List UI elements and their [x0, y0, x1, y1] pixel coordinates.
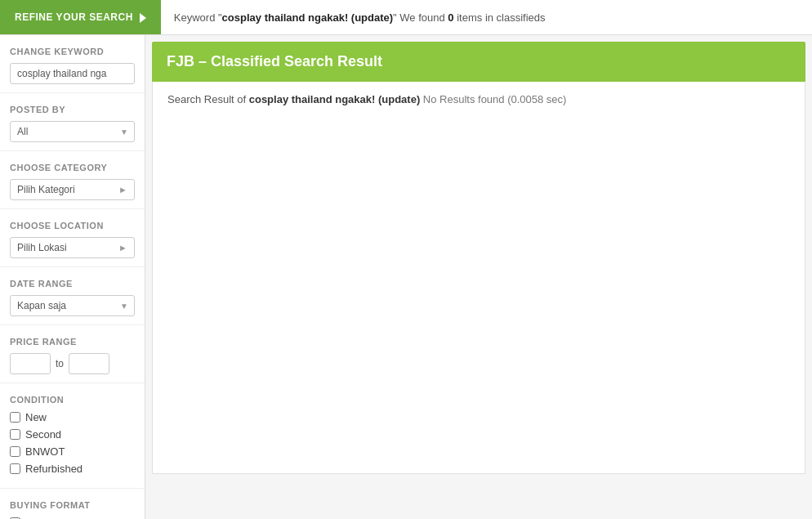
choose-location-title: CHOOSE LOCATION: [10, 221, 135, 230]
condition-bnwot-label[interactable]: BNWOT: [10, 445, 135, 458]
condition-refurbished-checkbox[interactable]: [10, 463, 20, 474]
condition-new-text: New: [25, 411, 47, 423]
category-button[interactable]: Pilih Kategori ►: [10, 179, 135, 200]
top-bar: REFINE YOUR SEARCH Keyword "cosplay thai…: [0, 0, 812, 35]
condition-title: CONDITION: [10, 395, 135, 405]
choose-category-section: CHOOSE CATEGORY Pilih Kategori ►: [0, 151, 145, 209]
posted-by-select[interactable]: All Individual Business: [10, 121, 135, 142]
refine-search-button[interactable]: REFINE YOUR SEARCH: [0, 0, 161, 34]
date-range-select[interactable]: Kapan saja Hari ini Minggu ini Bulan ini: [10, 295, 135, 316]
condition-bnwot-checkbox[interactable]: [10, 446, 20, 457]
keyword-banner: Keyword "cosplay thailand ngakak! (updat…: [161, 11, 559, 24]
buying-format-title: BUYING FORMAT: [10, 500, 135, 510]
price-to-label: to: [56, 358, 64, 369]
choose-location-section: CHOOSE LOCATION Pilih Lokasi ►: [0, 209, 145, 267]
keyword-input[interactable]: [10, 63, 135, 84]
change-keyword-title: CHANGE KEYWORD: [10, 47, 135, 56]
posted-by-select-wrap: All Individual Business ▼: [10, 121, 135, 142]
result-header: FJB – Classified Search Result: [152, 42, 805, 82]
condition-new-label[interactable]: New: [10, 411, 135, 423]
result-of-prefix: Search Result of: [167, 93, 249, 105]
price-from-input[interactable]: [10, 353, 51, 374]
content-area: FJB – Classified Search Result Search Re…: [145, 35, 812, 519]
result-count: 0: [448, 11, 453, 24]
result-body: Search Result of cosplay thailand ngakak…: [152, 82, 805, 474]
main-layout: CHANGE KEYWORD POSTED BY All Individual …: [0, 35, 812, 519]
condition-refurbished-label[interactable]: Refurbished: [10, 463, 135, 475]
condition-bnwot-text: BNWOT: [25, 445, 65, 458]
result-keyword: cosplay thailand ngakak! (update): [249, 93, 421, 105]
no-results-text: No Results found (0.0058 sec): [420, 93, 566, 105]
count-suffix: items in classifieds: [454, 11, 546, 24]
date-range-title: DATE RANGE: [10, 279, 135, 289]
price-range-row: to: [10, 353, 135, 374]
keyword-bold: cosplay thailand ngakak! (update): [222, 11, 394, 24]
location-label: Pilih Lokasi: [17, 242, 67, 253]
location-arrow-icon: ►: [118, 243, 127, 253]
buying-format-section: BUYING FORMAT Jual: [0, 489, 145, 519]
category-arrow-icon: ►: [118, 185, 127, 195]
price-range-title: PRICE RANGE: [10, 337, 135, 347]
choose-category-title: CHOOSE CATEGORY: [10, 163, 135, 172]
date-range-section: DATE RANGE Kapan saja Hari ini Minggu in…: [0, 267, 145, 325]
location-button[interactable]: Pilih Lokasi ►: [10, 237, 135, 258]
price-range-section: PRICE RANGE to: [0, 325, 145, 383]
keyword-prefix: Keyword ": [174, 11, 222, 24]
sidebar: CHANGE KEYWORD POSTED BY All Individual …: [0, 35, 145, 519]
change-keyword-section: CHANGE KEYWORD: [0, 35, 145, 93]
date-range-select-wrap: Kapan saja Hari ini Minggu ini Bulan ini…: [10, 295, 135, 316]
condition-second-checkbox[interactable]: [10, 429, 20, 440]
condition-second-text: Second: [25, 428, 61, 441]
condition-second-label[interactable]: Second: [10, 428, 135, 441]
keyword-suffix: " We found: [393, 11, 448, 24]
posted-by-section: POSTED BY All Individual Business ▼: [0, 93, 145, 151]
category-label: Pilih Kategori: [17, 184, 75, 195]
price-to-input[interactable]: [69, 353, 109, 374]
condition-section: CONDITION New Second BNWOT Refurbished: [0, 383, 145, 489]
condition-refurbished-text: Refurbished: [25, 463, 83, 475]
condition-new-checkbox[interactable]: [10, 412, 20, 423]
posted-by-title: POSTED BY: [10, 105, 135, 114]
